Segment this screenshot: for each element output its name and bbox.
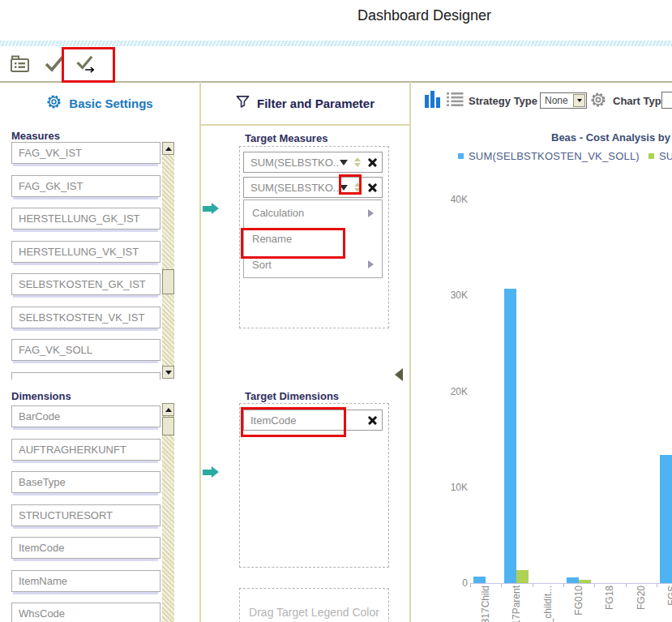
legend-swatch xyxy=(458,153,464,159)
target-measure-row[interactable]: SUM(SELBSTKO... xyxy=(243,152,383,173)
list-item-shadow xyxy=(13,361,158,363)
x-axis-tick xyxy=(626,584,627,587)
dimensions-scrollbar[interactable] xyxy=(162,403,174,622)
list-item-shadow xyxy=(13,229,158,232)
scroll-up-button[interactable] xyxy=(162,403,174,416)
list-item-box[interactable]: ItemName xyxy=(11,570,161,592)
list-item[interactable]: HERSTELLUNG_VK_IST xyxy=(11,241,161,273)
x-axis-tick xyxy=(533,584,533,587)
x-axis-label: 17Parent xyxy=(511,586,522,622)
list-item-shadow xyxy=(13,559,158,561)
measures-label: Measures xyxy=(11,130,60,142)
dimensions-list: BarCodeAUFTRAGHERKUNFTBaseTypeSTRUCTURES… xyxy=(11,405,161,622)
list-item[interactable]: FAG_VK_IST xyxy=(11,142,161,174)
list-item-box[interactable] xyxy=(11,372,161,380)
menu-item-label: Rename xyxy=(252,233,292,245)
list-item-shadow xyxy=(13,295,158,298)
list-item-box[interactable]: AUFTRAGHERKUNFT xyxy=(11,439,161,461)
list-item[interactable]: BarCode xyxy=(11,405,161,438)
form-icon[interactable] xyxy=(8,53,32,75)
confirm-icon[interactable] xyxy=(42,53,66,75)
scrollbar-thumb[interactable] xyxy=(162,417,174,435)
menu-item-label: Sort xyxy=(252,259,272,271)
menu-item-sort[interactable]: Sort xyxy=(244,251,382,277)
list-item-box[interactable]: BaseType xyxy=(11,471,161,493)
list-item[interactable]: STRUCTURESORT xyxy=(11,504,161,537)
list-item-box[interactable]: FAG_VK_SOLL xyxy=(11,339,161,361)
strategy-type-label: Strategy Type xyxy=(469,95,537,107)
list-item-box[interactable]: ItemCode xyxy=(11,537,161,559)
scroll-down-button[interactable] xyxy=(162,366,174,379)
x-axis-label: i_childit... xyxy=(542,586,554,622)
panel-divider xyxy=(199,82,201,622)
bar xyxy=(660,455,672,583)
remove-icon[interactable] xyxy=(368,183,377,192)
menu-item-calculation[interactable]: Calculation xyxy=(244,200,382,226)
confirm-forward-icon[interactable] xyxy=(75,53,99,75)
list-item[interactable]: FAG_GK_IST xyxy=(11,175,161,208)
target-dimension-row[interactable]: ItemCode xyxy=(243,410,383,431)
bar-chart-icon[interactable] xyxy=(425,91,442,112)
dashboard-designer-window: Dashboard Designer xyxy=(0,0,672,622)
list-item-shadow xyxy=(13,263,158,265)
basic-settings-header: Basic Settings xyxy=(0,82,199,124)
y-axis-tick-label: 20K xyxy=(442,386,468,397)
remove-icon[interactable] xyxy=(368,416,377,425)
list-item-shadow xyxy=(13,427,158,430)
list-item[interactable]: SELBSTKOSTEN_VK_IST xyxy=(11,307,161,339)
list-item-box[interactable]: HERSTELLUNG_VK_IST xyxy=(11,241,161,263)
dropdown-caret-icon[interactable] xyxy=(340,185,348,191)
gear-icon xyxy=(46,94,62,113)
list-item[interactable]: WhsCode xyxy=(11,603,161,622)
list-item-box[interactable]: FAG_VK_IST xyxy=(11,142,161,164)
list-item[interactable]: BaseType xyxy=(11,471,161,504)
list-item[interactable]: HERSTELLUNG_GK_IST xyxy=(11,208,161,240)
scrollbar-thumb[interactable] xyxy=(162,269,174,294)
chart-type-dropdown[interactable] xyxy=(661,92,672,109)
dimensions-label: Dimensions xyxy=(11,390,71,402)
submenu-arrow-icon xyxy=(368,209,374,217)
scroll-up-button[interactable] xyxy=(162,142,174,155)
legend-dropzone-label: Drag Target Legend Color xyxy=(239,606,389,619)
bar xyxy=(579,580,591,583)
list-item[interactable]: AUFTRAGHERKUNFT xyxy=(11,439,161,471)
measures-scrollbar[interactable] xyxy=(162,142,174,379)
menu-item-label: Calculation xyxy=(252,207,304,219)
basic-settings-title: Basic Settings xyxy=(69,97,152,110)
sort-updown-icon[interactable] xyxy=(354,182,361,192)
x-axis-tick xyxy=(470,584,471,587)
measures-list: FAG_VK_ISTFAG_GK_ISTHERSTELLUNG_GK_ISTHE… xyxy=(11,142,161,380)
list-item-shadow xyxy=(13,526,158,529)
dropdown-arrow-button[interactable] xyxy=(573,94,585,107)
target-measure-label: SUM(SELBSTKO... xyxy=(250,182,340,194)
list-item[interactable]: ItemName xyxy=(11,570,161,603)
list-item-box[interactable]: BarCode xyxy=(11,405,161,427)
list-item-shadow xyxy=(13,461,158,463)
list-view-icon[interactable] xyxy=(447,92,464,110)
list-item-box[interactable]: SELBSTKOSTEN_VK_IST xyxy=(11,307,161,328)
strategy-type-dropdown[interactable]: None xyxy=(540,92,587,109)
list-item-box[interactable]: SELBSTKOSTEN_GK_IST xyxy=(11,273,161,295)
chart-settings-gear-icon[interactable] xyxy=(590,92,606,111)
list-item-box[interactable]: FAG_GK_IST xyxy=(11,175,161,197)
collapse-panel-arrow[interactable] xyxy=(395,368,403,381)
y-axis-tick-label: 0 xyxy=(442,577,468,589)
list-item-box[interactable]: WhsCode xyxy=(11,603,161,622)
main-toolbar xyxy=(0,46,672,83)
list-item[interactable]: FAG_VK_SOLL xyxy=(11,339,161,371)
y-axis-tick-label: 30K xyxy=(442,290,468,301)
chart-title: Beas - Cost Analysis by Ite xyxy=(551,131,672,144)
sort-updown-icon[interactable] xyxy=(354,157,361,167)
list-item-box[interactable]: STRUCTURESORT xyxy=(11,504,161,526)
legend-label: SUM(SELBSTKOSTEN_VK_SOLL) xyxy=(469,150,640,162)
x-axis-label: 317Child xyxy=(480,586,491,622)
remove-icon[interactable] xyxy=(368,158,377,167)
dropdown-caret-icon[interactable] xyxy=(340,160,348,165)
menu-item-rename[interactable]: Rename xyxy=(244,226,382,252)
header-underline xyxy=(201,124,409,126)
list-item[interactable]: SELBSTKOSTEN_GK_IST xyxy=(11,273,161,306)
list-item-box[interactable]: HERSTELLUNG_GK_IST xyxy=(11,208,161,229)
list-item[interactable] xyxy=(11,372,161,380)
list-item[interactable]: ItemCode xyxy=(11,537,161,569)
target-measure-row[interactable]: SUM(SELBSTKO... xyxy=(243,177,383,198)
